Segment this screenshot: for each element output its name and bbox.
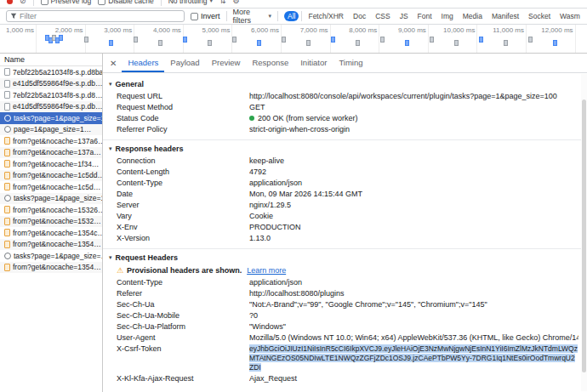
timeline-gridline <box>428 25 429 53</box>
invert-label: Invert <box>201 12 220 20</box>
request-row[interactable]: from?get&nocache=137a… <box>0 147 102 159</box>
type-filter-media[interactable]: Media <box>459 11 486 21</box>
header-row-x-version: X-Version1.13.0 <box>103 233 587 244</box>
section-header-request-headers[interactable]: ▾Request Headers <box>103 251 587 264</box>
request-name: from?get&nocache=15326… <box>13 206 102 214</box>
header-row-content-length: Content-Length4792 <box>103 167 587 178</box>
request-row[interactable]: tasks?page=1&page_size=… <box>0 250 102 262</box>
close-icon[interactable]: ✕ <box>105 59 122 68</box>
toolbar-separator <box>33 0 34 6</box>
invert-checkbox[interactable]: Invert <box>191 12 220 20</box>
type-filter-all[interactable]: All <box>284 11 299 21</box>
filter-bar: Invert More filters ▾ AllFetch/XHRDocCSS… <box>0 9 587 25</box>
type-filter-manifest[interactable]: Manifest <box>488 11 522 21</box>
request-row[interactable]: from?get&nocache=1c5d… <box>0 181 102 193</box>
tab-payload[interactable]: Payload <box>164 54 205 72</box>
more-filters-button[interactable]: More filters ▾ <box>233 8 271 25</box>
type-filter-js[interactable]: JS <box>396 11 412 21</box>
clear-icon[interactable]: ⊘ <box>20 0 26 5</box>
timeline-mark <box>480 37 482 42</box>
collapse-triangle-icon: ▾ <box>109 81 112 88</box>
value-text: Mozilla/5.0 (Windows NT 10.0; Win64; x64… <box>249 333 578 342</box>
value-text: "Not:A-Brand";v="99", "Google Chrome";v=… <box>249 300 487 309</box>
value-text: ?0 <box>249 311 258 320</box>
request-row[interactable]: page=1&page_size=1… <box>0 124 102 136</box>
request-row[interactable]: from?get&nocache=15326… <box>0 204 102 216</box>
tab-headers[interactable]: Headers <box>122 54 164 72</box>
throttling-label: No throttling <box>168 0 208 5</box>
header-value: application/json <box>249 178 578 189</box>
timeline-mark <box>53 36 55 40</box>
value-text: Ajax_Request <box>249 374 297 383</box>
request-row[interactable]: from?get&nocache=1532… <box>0 216 102 228</box>
header-value: nginx/1.29.5 <box>249 200 578 211</box>
header-row-server: Servernginx/1.29.5 <box>103 200 587 211</box>
header-row-x-csrf-token: X-Csrf-TokeneyJhbGciOiJIUzI1NiIsInR5cCI6… <box>103 344 587 373</box>
type-filter-img[interactable]: Img <box>438 11 457 21</box>
learn-more-link[interactable]: Learn more <box>247 266 286 275</box>
throttling-select[interactable]: No throttling ▾ <box>168 0 213 5</box>
header-row-vary: VaryCookie <box>103 211 587 222</box>
header-name: Content-Type <box>117 178 249 189</box>
section-header-response-headers[interactable]: ▾Response headers <box>103 142 587 156</box>
tab-initiator[interactable]: Initiator <box>294 54 333 72</box>
header-value: Mozilla/5.0 (Windows NT 10.0; Win64; x64… <box>249 332 578 344</box>
request-row[interactable]: tasks?page=1&page_size=1… <box>0 193 102 205</box>
header-row-request-url: Request URLhttp://localhost:8080/console… <box>103 91 587 102</box>
scrollbar-thumb[interactable] <box>582 99 586 372</box>
header-value: eyJhbGciOiJIUzI1NiIsInR5cCI6IkpXVCJ9.eyJ… <box>249 344 578 373</box>
request-row[interactable]: from?get&nocache=1354c… <box>0 227 102 239</box>
request-row[interactable]: tasks?page=1&page_size=1… <box>0 112 102 124</box>
request-row[interactable]: 7ebf22b5a21034f8-s.p.d8… <box>0 89 102 101</box>
timeline-mark <box>60 36 62 40</box>
type-filter-wasm[interactable]: Wasm <box>556 11 584 21</box>
fetch-file-icon <box>4 126 11 133</box>
timeline-mark <box>56 38 59 43</box>
request-name: 7ebf22b5a21034f8-s.p.d8… <box>13 91 102 99</box>
section-title: Request Headers <box>116 253 179 262</box>
tab-preview[interactable]: Preview <box>206 54 247 72</box>
timeline-tick-label: 4,000 ms <box>153 26 181 34</box>
value-text: Cookie <box>249 212 273 220</box>
request-row[interactable]: from?get&nocache=1c5dd… <box>0 170 102 182</box>
xhr-file-icon <box>4 241 10 248</box>
section-response-headers: ▾Response headersConnectionkeep-aliveCon… <box>103 139 587 248</box>
header-value: Ajax_Request <box>249 373 578 384</box>
preserve-log-checkbox[interactable]: Preserve log <box>41 0 92 5</box>
network-overview[interactable]: 1,000 ms2,000 ms3,000 ms4,000 ms5,000 ms… <box>0 25 587 54</box>
request-row[interactable]: from?get&nocache=137a6… <box>0 135 102 147</box>
checkbox-icon <box>41 0 48 5</box>
tab-timing[interactable]: Timing <box>333 54 368 72</box>
header-name: X-Csrf-Token <box>117 344 249 373</box>
filter-input-box[interactable] <box>6 10 185 22</box>
filter-input[interactable] <box>20 12 180 20</box>
timeline-gridline <box>281 25 282 53</box>
xhr-file-icon <box>4 218 10 225</box>
tab-response[interactable]: Response <box>246 54 294 72</box>
record-icon[interactable] <box>7 0 13 4</box>
timeline-mark <box>554 41 556 45</box>
type-filter-css[interactable]: CSS <box>372 11 393 21</box>
type-filter-socket[interactable]: Socket <box>525 11 554 21</box>
request-name: from?get&nocache=1f34… <box>13 160 99 168</box>
request-row[interactable]: from?get&nocache=1f34… <box>0 158 102 170</box>
request-row[interactable]: e41d5df559864f9e-s.p.db… <box>0 101 102 113</box>
type-filter-doc[interactable]: Doc <box>350 11 369 21</box>
type-filter-fetch-xhr[interactable]: Fetch/XHR <box>305 11 347 21</box>
name-column-header[interactable]: Name <box>0 54 102 66</box>
scrollbar[interactable] <box>581 74 587 391</box>
settings-gear-icon[interactable]: ⚙ <box>233 0 240 5</box>
request-row[interactable]: from?get&nocache=1354… <box>0 262 102 274</box>
request-row[interactable]: e41d5df559864f9e-s.p.db… <box>0 78 102 90</box>
timeline-mark <box>110 41 112 45</box>
disable-cache-checkbox[interactable]: Disable cache <box>98 0 153 5</box>
import-export-icon[interactable]: ⇅ <box>219 0 226 5</box>
request-row[interactable]: from?get&nocache=1354… <box>0 239 102 251</box>
header-row-x-kl-kfa-ajax-request: X-Kl-Kfa-Ajax-RequestAjax_Request <box>103 373 587 384</box>
type-filter-font[interactable]: Font <box>414 11 436 21</box>
request-name: e41d5df559864f9e-s.p.db… <box>13 79 102 88</box>
request-row[interactable]: 7ebf22b5a21034f8-s.p.d8ba… <box>0 66 102 78</box>
request-name: from?get&nocache=1354c… <box>13 229 102 237</box>
section-header-general[interactable]: ▾General <box>103 77 587 91</box>
header-value: Cookie <box>249 211 578 222</box>
